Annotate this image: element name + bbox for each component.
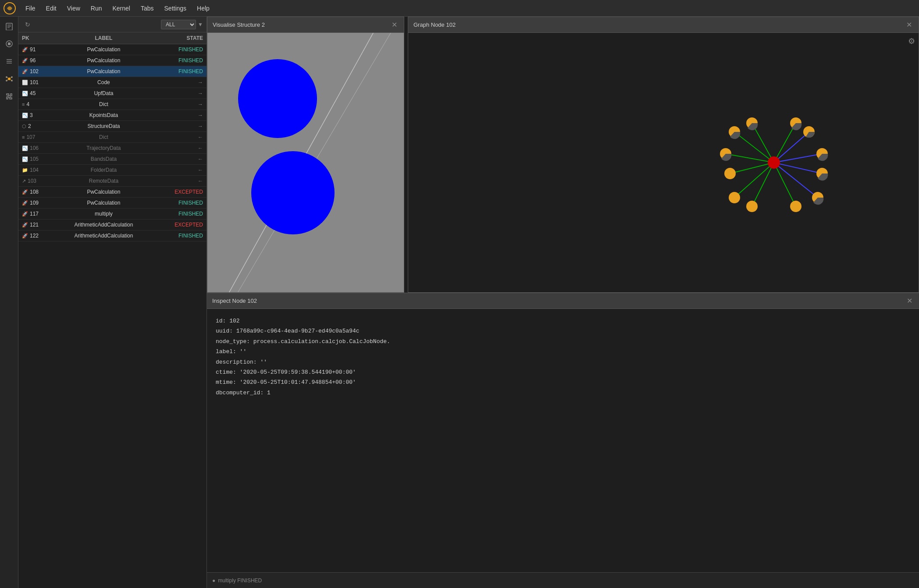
sidebar-icon-graph[interactable] — [3, 73, 15, 85]
cell-state: FINISHED — [153, 44, 207, 55]
cell-label: Dict — [54, 132, 153, 143]
cell-label: multiply — [54, 209, 153, 220]
table-row[interactable]: 📁104 FolderData ← — [18, 165, 207, 176]
status-icon: ● — [212, 577, 215, 584]
menu-file[interactable]: File — [21, 3, 40, 14]
node-graph — [708, 97, 840, 228]
cell-state: ← — [153, 176, 207, 187]
table-row[interactable]: 🚀122 ArithmeticAddCalculation FINISHED — [18, 230, 207, 241]
cell-label: Code — [54, 77, 153, 88]
menu-help[interactable]: Help — [192, 3, 214, 14]
cell-pk: 📉45 — [18, 88, 54, 99]
refresh-button[interactable]: ↻ — [22, 19, 33, 30]
cell-label: FolderData — [54, 165, 153, 176]
menu-tabs[interactable]: Tabs — [136, 3, 158, 14]
table-row[interactable]: ⬜101 Code → — [18, 77, 207, 88]
table-row[interactable]: 🚀117 multiply FINISHED — [18, 209, 207, 220]
filter-dropdown: ALL FINISHED EXCEPTED ▼ — [161, 20, 203, 29]
cell-state: FINISHED — [153, 230, 207, 241]
table-row[interactable]: 📉105 BandsData ← — [18, 154, 207, 165]
cell-pk: ⬜101 — [18, 77, 54, 88]
svg-line-26 — [726, 154, 774, 163]
table-row[interactable]: 🚀121 ArithmeticAddCalculation EXCEPTED — [18, 220, 207, 230]
filter-select[interactable]: ALL FINISHED EXCEPTED — [161, 20, 196, 29]
graph-content: ⚙ — [408, 33, 919, 292]
table-row[interactable]: 📉45 UpfData → — [18, 88, 207, 99]
cell-state: FINISHED — [153, 55, 207, 66]
inspect-content[interactable]: id: 102uuid: 1768a99c-c964-4ead-9b27-ed4… — [207, 309, 919, 572]
menu-settings[interactable]: Settings — [160, 3, 191, 14]
table-row[interactable]: 🚀96 PwCalculation FINISHED — [18, 55, 207, 66]
cell-label: BandsData — [54, 154, 153, 165]
cell-label: PwCalculation — [54, 66, 153, 77]
cell-state: → — [153, 110, 207, 121]
table-row[interactable]: 🚀109 PwCalculation FINISHED — [18, 198, 207, 209]
col-label: LABEL — [54, 32, 153, 44]
main-layout: ↻ ALL FINISHED EXCEPTED ▼ PK LABEL STATE — [0, 17, 919, 588]
cell-state: FINISHED — [153, 66, 207, 77]
sidebar-icon-files[interactable] — [3, 20, 15, 32]
visualise-close-button[interactable]: ✕ — [390, 21, 399, 29]
inspect-close-button[interactable]: ✕ — [905, 297, 914, 305]
cell-label: PwCalculation — [54, 187, 153, 198]
cell-label: Dict — [54, 99, 153, 110]
table-row[interactable]: 📉3 KpointsData → — [18, 110, 207, 121]
cell-label: StructureData — [54, 121, 153, 132]
toolbar: ↻ ALL FINISHED EXCEPTED ▼ — [18, 17, 207, 32]
sidebar-icon-list[interactable] — [3, 55, 15, 67]
graph-settings-button[interactable]: ⚙ — [908, 36, 915, 46]
svg-line-25 — [734, 132, 774, 163]
graph-panel: Graph Node 102 ✕ ⚙ — [408, 17, 919, 293]
cell-state: EXCEPTED — [153, 220, 207, 230]
cell-pk: ↗103 — [18, 176, 54, 187]
data-table: PK LABEL STATE 🚀91 PwCalculation FINISHE… — [18, 32, 207, 588]
sidebar-icon-puzzle[interactable] — [3, 90, 15, 103]
cell-state: ← — [153, 143, 207, 154]
table-row[interactable]: ↗103 RemoteData ← — [18, 176, 207, 187]
menu-run[interactable]: Run — [86, 3, 107, 14]
inspect-line: uuid: 1768a99c-c964-4ead-9b27-ed49c0a5a9… — [216, 326, 910, 336]
status-item: ● multiply FINISHED — [212, 577, 262, 584]
cell-pk: 🚀122 — [18, 230, 54, 241]
inspect-line: label: '' — [216, 347, 910, 357]
table-row[interactable]: ≡107 Dict ← — [18, 132, 207, 143]
status-bar: ● multiply FINISHED — [207, 572, 919, 588]
cell-label: UpfData — [54, 88, 153, 99]
table-row[interactable]: 🚀102 PwCalculation FINISHED — [18, 66, 207, 77]
svg-line-32 — [774, 163, 796, 206]
sidebar-icon-stop[interactable] — [3, 38, 15, 50]
cell-state: EXCEPTED — [153, 187, 207, 198]
table-row[interactable]: 🚀91 PwCalculation FINISHED — [18, 44, 207, 55]
cell-label: TrajectoryData — [54, 143, 153, 154]
col-state: STATE — [153, 32, 207, 44]
table-row[interactable]: ⬡2 StructureData → — [18, 121, 207, 132]
table-row[interactable]: ≡4 Dict → — [18, 99, 207, 110]
cell-pk: 📉3 — [18, 110, 54, 121]
col-pk: PK — [18, 32, 54, 44]
cell-state: ← — [153, 132, 207, 143]
inspect-line: dbcomputer_id: 1 — [216, 388, 910, 398]
cell-pk: 🚀96 — [18, 55, 54, 66]
cell-state: → — [153, 88, 207, 99]
inspect-title: Inspect Node 102 — [212, 298, 257, 304]
menu-kernel[interactable]: Kernel — [108, 3, 134, 14]
cell-pk: 🚀121 — [18, 220, 54, 230]
menu-edit[interactable]: Edit — [42, 3, 61, 14]
cell-label: KpointsData — [54, 110, 153, 121]
cell-pk: 🚀108 — [18, 187, 54, 198]
visualise-panel: Visualise Structure 2 ✕ — [207, 17, 404, 293]
cell-state: ← — [153, 154, 207, 165]
table-row[interactable]: 🚀108 PwCalculation EXCEPTED — [18, 187, 207, 198]
graph-close-button[interactable]: ✕ — [905, 21, 913, 29]
left-panel: ↻ ALL FINISHED EXCEPTED ▼ PK LABEL STATE — [18, 17, 207, 588]
cell-pk: 🚀102 — [18, 66, 54, 77]
cell-pk: 🚀91 — [18, 44, 54, 55]
table-row[interactable]: 📉106 TrajectoryData ← — [18, 143, 207, 154]
cell-state: FINISHED — [153, 209, 207, 220]
svg-point-45 — [790, 201, 801, 212]
cell-label: ArithmeticAddCalculation — [54, 220, 153, 230]
visualise-content — [207, 33, 404, 292]
cell-state: → — [153, 99, 207, 110]
menu-view[interactable]: View — [63, 3, 85, 14]
svg-line-31 — [752, 163, 774, 206]
